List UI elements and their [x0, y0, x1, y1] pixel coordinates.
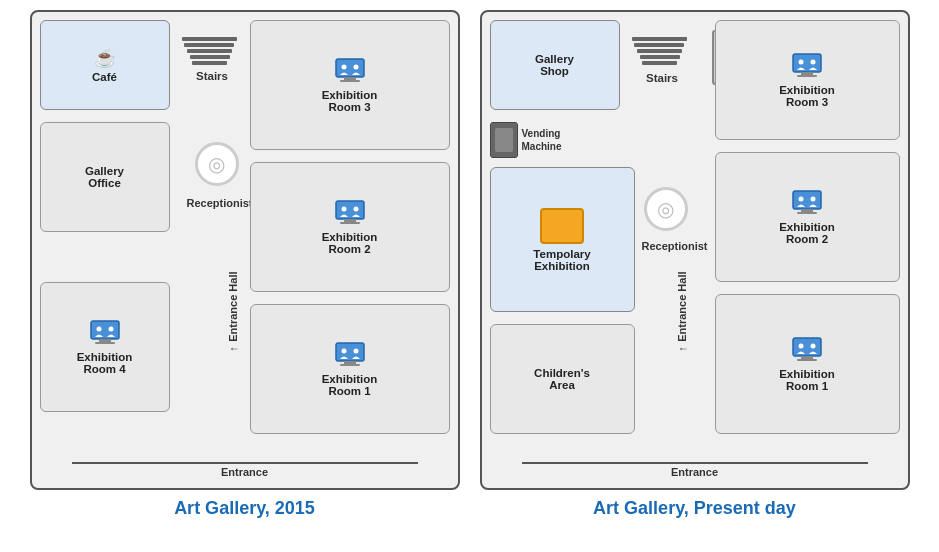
temp-exhibit-icon — [540, 208, 584, 244]
svg-point-27 — [811, 197, 816, 202]
receptionist-circle-present: ◎ — [644, 187, 688, 231]
entrance-hall-label-2015: Entrance Hall — [227, 272, 239, 342]
exhibition-room2-2015: ExhibitionRoom 2 — [250, 162, 450, 292]
svg-rect-18 — [344, 361, 356, 364]
map-2015-wrapper: ☕ Café GalleryOffice — [30, 10, 460, 519]
map-2015-title: Art Gallery, 2015 — [174, 498, 315, 519]
receptionist-circle-2015: ◎ — [195, 142, 239, 186]
monitor-icon-r1-2015 — [334, 341, 366, 369]
exhibition-room3-present: ExhibitionRoom 3 — [715, 20, 900, 140]
svg-rect-1 — [99, 339, 111, 342]
svg-point-26 — [799, 197, 804, 202]
temporary-exhibition-label: TempolaryExhibition — [533, 248, 590, 272]
svg-point-17 — [353, 349, 358, 354]
svg-point-7 — [353, 65, 358, 70]
floor-plan-2015: ☕ Café GalleryOffice — [30, 10, 460, 490]
entrance-hall-arrow-present: ↑ — [676, 346, 688, 352]
monitor-icon-r2-2015 — [334, 199, 366, 227]
monitor-icon-r3-2015 — [334, 57, 366, 85]
floor-plan-present: GalleryShop VendingMachine TempolaryExhi… — [480, 10, 910, 490]
monitor-icon-r2-present — [791, 189, 823, 217]
svg-rect-20 — [793, 54, 821, 72]
vending-machine-icon — [490, 122, 518, 158]
svg-rect-28 — [801, 209, 813, 212]
svg-point-3 — [96, 327, 101, 332]
entrance-hall-present: ↑ Entrance Hall — [676, 272, 688, 472]
svg-rect-34 — [797, 359, 817, 361]
receptionist-face-2015: ◎ — [208, 152, 225, 176]
svg-rect-19 — [340, 364, 360, 366]
entrance-hall-label-present: Entrance Hall — [676, 272, 688, 342]
stairs-label-2015: Stairs — [180, 70, 245, 82]
gallery-office-room: GalleryOffice — [40, 122, 170, 232]
svg-point-16 — [341, 349, 346, 354]
exhibition-room4-label: ExhibitionRoom 4 — [77, 351, 133, 375]
map-present-title: Art Gallery, Present day — [593, 498, 796, 519]
svg-point-32 — [811, 344, 816, 349]
svg-point-22 — [811, 60, 816, 65]
svg-rect-33 — [801, 356, 813, 359]
childrens-area-room: Children'sArea — [490, 324, 635, 434]
monitor-icon-r3-present — [791, 52, 823, 80]
temporary-exhibition-room: TempolaryExhibition — [490, 167, 635, 312]
exhibition-room1-label-2015: ExhibitionRoom 1 — [322, 373, 378, 397]
cafe-room: ☕ Café — [40, 20, 170, 110]
map-present-wrapper: GalleryShop VendingMachine TempolaryExhi… — [480, 10, 910, 519]
entrance-label-present: Entrance — [671, 466, 718, 478]
stairs-graphic-2015 — [182, 37, 242, 65]
monitor-icon-r4 — [89, 319, 121, 347]
svg-rect-25 — [793, 191, 821, 209]
svg-rect-13 — [344, 219, 356, 222]
gallery-shop-label: GalleryShop — [535, 53, 574, 77]
exhibition-room2-label-2015: ExhibitionRoom 2 — [322, 231, 378, 255]
svg-point-12 — [353, 207, 358, 212]
svg-rect-2 — [95, 342, 115, 344]
gallery-office-label: GalleryOffice — [85, 165, 124, 189]
svg-point-31 — [799, 344, 804, 349]
vending-machine-label: VendingMachine — [522, 127, 562, 153]
receptionist-face-present: ◎ — [657, 197, 674, 221]
svg-rect-30 — [793, 338, 821, 356]
entrance-label-2015: Entrance — [221, 466, 268, 478]
entrance-line-present — [522, 462, 868, 464]
exhibition-room2-label-present: ExhibitionRoom 2 — [779, 221, 835, 245]
childrens-area-label: Children'sArea — [534, 367, 590, 391]
svg-rect-5 — [336, 59, 364, 77]
svg-point-21 — [799, 60, 804, 65]
maps-container: ☕ Café GalleryOffice — [30, 10, 910, 519]
receptionist-label-2015: Receptionist — [180, 197, 260, 209]
exhibition-room3-label-present: ExhibitionRoom 3 — [779, 84, 835, 108]
exhibition-room3-label-2015: ExhibitionRoom 3 — [322, 89, 378, 113]
entrance-hall-2015: ↑ Entrance Hall — [227, 272, 239, 472]
exhibition-room1-label-present: ExhibitionRoom 1 — [779, 368, 835, 392]
stairs-graphic-present — [632, 37, 692, 65]
svg-point-11 — [341, 207, 346, 212]
exhibition-room4: ExhibitionRoom 4 — [40, 282, 170, 412]
svg-point-6 — [341, 65, 346, 70]
svg-rect-29 — [797, 212, 817, 214]
cafe-label: Café — [92, 71, 117, 83]
vending-machine-area: VendingMachine — [490, 122, 562, 158]
entrance-line-2015 — [72, 462, 418, 464]
svg-rect-23 — [801, 72, 813, 75]
receptionist-label-present: Receptionist — [630, 240, 720, 252]
exhibition-room1-2015: ExhibitionRoom 1 — [250, 304, 450, 434]
monitor-icon-r1-present — [791, 336, 823, 364]
gallery-shop-room: GalleryShop — [490, 20, 620, 110]
cafe-icon: ☕ — [94, 47, 116, 69]
exhibition-room1-present: ExhibitionRoom 1 — [715, 294, 900, 434]
exhibition-room2-present: ExhibitionRoom 2 — [715, 152, 900, 282]
svg-rect-14 — [340, 222, 360, 224]
entrance-area-2015: Entrance — [72, 462, 418, 478]
svg-rect-9 — [340, 80, 360, 82]
svg-point-4 — [108, 327, 113, 332]
entrance-area-present: Entrance — [522, 462, 868, 478]
entrance-hall-arrow-2015: ↑ — [227, 346, 239, 352]
svg-rect-15 — [336, 343, 364, 361]
svg-rect-8 — [344, 77, 356, 80]
stairs-label-present: Stairs — [630, 72, 695, 84]
svg-rect-0 — [91, 321, 119, 339]
svg-rect-24 — [797, 75, 817, 77]
exhibition-room3-2015: ExhibitionRoom 3 — [250, 20, 450, 150]
svg-rect-10 — [336, 201, 364, 219]
